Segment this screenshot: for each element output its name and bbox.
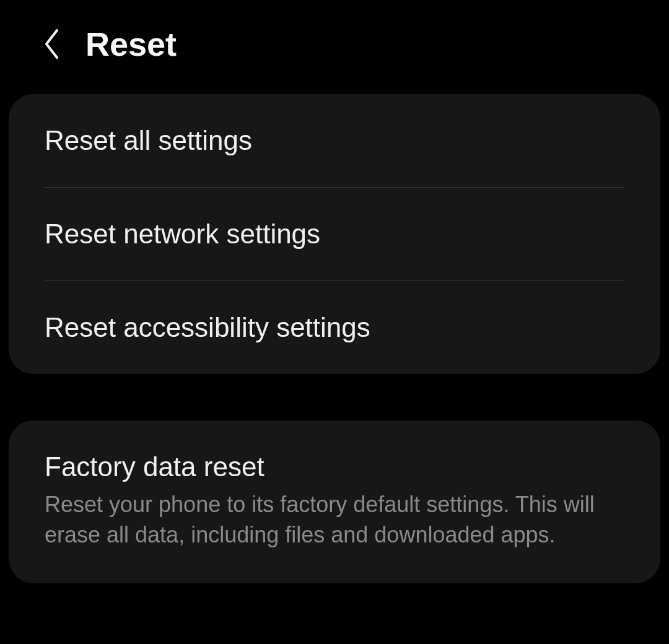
back-icon[interactable] <box>43 28 62 59</box>
settings-group-2: Factory data reset Reset your phone to i… <box>9 420 660 583</box>
list-item-title: Reset network settings <box>45 219 624 250</box>
reset-network-settings-item[interactable]: Reset network settings <box>9 188 660 281</box>
reset-all-settings-item[interactable]: Reset all settings <box>9 94 660 187</box>
factory-data-reset-item[interactable]: Factory data reset Reset your phone to i… <box>9 420 660 583</box>
header: Reset <box>0 0 669 82</box>
list-item-description: Reset your phone to its factory default … <box>45 490 624 550</box>
page-title: Reset <box>85 25 177 63</box>
list-item-title: Factory data reset <box>45 451 624 482</box>
settings-group-1: Reset all settings Reset network setting… <box>9 94 660 374</box>
reset-accessibility-settings-item[interactable]: Reset accessibility settings <box>9 281 660 374</box>
list-item-title: Reset accessibility settings <box>45 312 624 343</box>
list-item-title: Reset all settings <box>45 125 624 156</box>
